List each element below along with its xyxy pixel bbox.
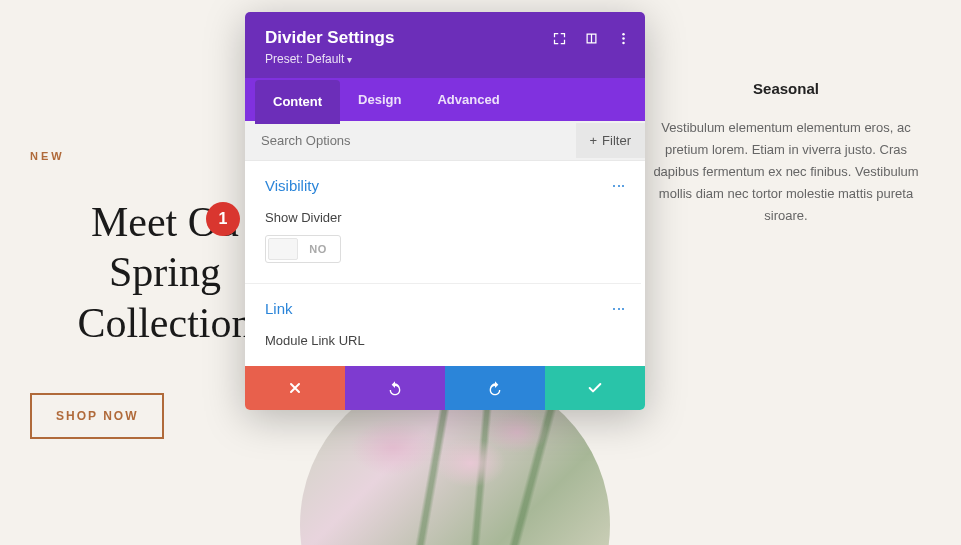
search-options-input[interactable] [245, 121, 576, 160]
show-divider-label: Show Divider [265, 210, 621, 225]
settings-scroll-area[interactable]: Visibility ⋮ Show Divider NO Link ⋮ Modu… [245, 161, 645, 366]
tab-content[interactable]: Content [255, 80, 340, 124]
toggle-state-label: NO [298, 243, 338, 255]
link-kebab-icon[interactable]: ⋮ [611, 302, 627, 317]
header-icon-group [551, 30, 631, 46]
modal-header: Divider Settings Preset: Default [245, 12, 645, 78]
visibility-heading[interactable]: Visibility [265, 177, 621, 194]
hero-left: NEW Meet Ou Spring Collection SHOP NOW [30, 150, 280, 439]
kebab-menu-icon[interactable] [615, 30, 631, 46]
undo-icon [387, 380, 403, 396]
visibility-kebab-icon[interactable]: ⋮ [611, 179, 627, 194]
seasonal-heading: Seasonal [641, 80, 931, 97]
tab-advanced[interactable]: Advanced [419, 78, 517, 121]
link-heading[interactable]: Link [265, 300, 621, 317]
annotation-callout-1: 1 [206, 202, 240, 236]
shop-now-button[interactable]: SHOP NOW [30, 393, 164, 439]
close-icon [287, 380, 303, 396]
svg-point-1 [622, 32, 625, 35]
filter-label: Filter [602, 133, 631, 148]
plus-icon: + [590, 133, 598, 148]
new-badge: NEW [30, 150, 280, 162]
headline-line-2: Spring [109, 249, 221, 295]
preset-dropdown[interactable]: Preset: Default [265, 52, 625, 66]
tab-bar: Content Design Advanced [245, 78, 645, 121]
expand-icon[interactable] [551, 30, 567, 46]
svg-point-3 [622, 41, 625, 44]
panel-layout-icon[interactable] [583, 30, 599, 46]
toggle-knob [268, 238, 298, 260]
redo-icon [487, 380, 503, 396]
discard-button[interactable] [245, 366, 345, 410]
section-link: Link ⋮ Module Link URL [245, 284, 641, 366]
headline-line-3: Collection [78, 300, 253, 346]
save-button[interactable] [545, 366, 645, 410]
module-link-url-label: Module Link URL [265, 333, 621, 348]
seasonal-block: Seasonal Vestibulum elementum elementum … [641, 80, 931, 227]
divider-settings-modal: Divider Settings Preset: Default Content… [245, 12, 645, 410]
tab-design[interactable]: Design [340, 78, 419, 121]
show-divider-toggle[interactable]: NO [265, 235, 341, 263]
seasonal-body: Vestibulum elementum elementum eros, ac … [641, 117, 931, 227]
search-filter-row: + Filter [245, 121, 645, 161]
svg-point-2 [622, 37, 625, 40]
redo-button[interactable] [445, 366, 545, 410]
check-icon [587, 380, 603, 396]
undo-button[interactable] [345, 366, 445, 410]
filter-button[interactable]: + Filter [576, 123, 645, 158]
modal-footer [245, 366, 645, 410]
section-visibility: Visibility ⋮ Show Divider NO [245, 161, 641, 284]
